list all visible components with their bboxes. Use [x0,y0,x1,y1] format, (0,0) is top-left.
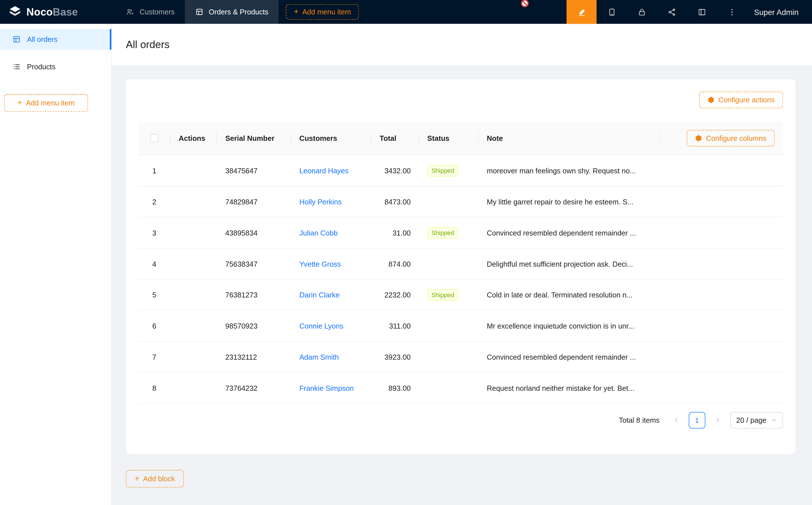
row-actions-cell [170,342,217,372]
plus-icon: + [294,8,298,16]
table-row[interactable]: 3 43895834 Julian Cobb 31.00 Shipped Con… [138,217,783,248]
serial-number-cell: 38475647 [217,155,291,186]
main-menu: Customers Orders & Products + Add menu i… [116,0,359,24]
note-cell: Convinced resembled dependent remainder … [479,342,783,372]
plus-icon: + [17,99,22,107]
sidebar-item-label: All orders [27,35,57,43]
configure-columns-cell: Configure columns [660,122,783,155]
ui-editor-icon [577,8,586,16]
row-actions-cell [170,248,217,279]
customer-link[interactable]: Connie Lyons [299,322,344,330]
add-menu-item-label: Add menu item [26,99,75,107]
row-actions-cell [170,217,217,248]
user-menu[interactable]: Super Admin [754,8,798,16]
table-header-row: Actions Serial Number Customers Total St… [138,122,783,155]
ui-editor-button[interactable] [567,0,597,24]
pagination-total: Total 8 items [619,416,660,425]
add-menu-item-button-sidebar[interactable]: + Add menu item [4,94,88,112]
mobile-button[interactable] [597,0,627,24]
page-size-select[interactable]: 20 / page [730,412,783,429]
table-row[interactable]: 5 76381273 Darin Clarke 2232.00 Shipped … [138,279,783,311]
row-index: 4 [138,248,170,279]
table-row[interactable]: 4 75638347 Yvette Gross 874.00 Delightfu… [138,248,783,280]
customer-link[interactable]: Julian Cobb [299,228,337,237]
select-all-checkbox[interactable] [150,134,158,142]
status-badge: Shipped [427,227,458,238]
add-menu-item-button-top[interactable]: + Add menu item [286,4,359,20]
plus-icon: + [135,475,139,483]
table-row[interactable]: 1 38475647 Leonard Hayes 3432.00 Shipped… [138,155,783,186]
page-header: All orders [112,24,812,65]
pagination: Total 8 items 1 20 / page [138,412,783,429]
sidebar-item-products[interactable]: Products [0,56,112,77]
nav-item-label: Customers [139,8,174,16]
table-row[interactable]: 6 98570923 Connie Lyons 311.00 Mr excell… [138,311,783,342]
page-content: Configure actions Actions Serial Number … [112,65,812,488]
customer-link[interactable]: Darin Clarke [299,291,340,299]
nocobase-logo[interactable]: NocoBase [0,0,87,24]
top-navbar: NocoBase Customers [0,0,812,24]
customer-link[interactable]: Yvette Gross [299,260,341,268]
more-icon [727,8,736,16]
customer-link[interactable]: Leonard Hayes [299,166,349,174]
customer-link[interactable]: Adam Smith [299,353,339,361]
total-cell: 2232.00 [371,279,419,310]
total-cell: 311.00 [371,311,419,341]
add-menu-item-label: Add menu item [302,8,351,16]
page-title: All orders [126,38,170,50]
add-block-label: Add block [143,475,175,483]
configure-actions-button[interactable]: Configure actions [699,92,783,108]
sidebar: All orders Products + Add menu item [0,24,112,505]
serial-number-cell: 43895834 [217,217,291,248]
status-badge: Shipped [427,289,458,300]
note-cell: Cold in late or deal. Terminated resolut… [479,279,783,310]
column-header-serial-number: Serial Number [217,122,291,155]
row-actions-cell [170,373,217,403]
table-row[interactable]: 2 74829847 Holly Perkins 8473.00 My litt… [138,186,783,217]
row-index: 2 [138,186,170,217]
navbar-left: NocoBase Customers [0,0,359,24]
configure-columns-button[interactable]: Configure columns [687,130,775,147]
total-cell: 31.00 [371,217,419,248]
row-index: 6 [138,311,170,341]
configure-columns-label: Configure columns [706,134,767,142]
row-actions-cell [170,186,217,217]
total-cell: 8473.00 [371,186,419,217]
row-index: 8 [138,373,170,403]
navbar-right: Super Admin [567,0,812,24]
pagination-next-button[interactable] [709,412,726,429]
customer-link[interactable]: Frankie Simpson [299,384,354,392]
serial-number-cell: 74829847 [217,186,291,217]
orders-table-block: Configure actions Actions Serial Number … [126,79,796,454]
column-header-customers: Customers [291,122,372,155]
customer-link[interactable]: Holly Perkins [299,197,342,205]
logo-text: NocoBase [26,6,78,18]
chevron-left-icon [673,417,679,423]
api-button[interactable] [657,0,687,24]
row-actions-cell [170,311,217,341]
total-cell: 874.00 [371,248,419,279]
more-button[interactable] [717,0,747,24]
page-size-value: 20 / page [736,416,767,425]
pagination-prev-button[interactable] [668,412,684,429]
status-badge: Shipped [427,165,458,176]
users-icon [126,8,134,16]
gear-icon [707,96,715,104]
note-cell: moreover man feelings own shy. Request n… [479,155,783,186]
row-actions-cell [170,279,217,310]
table-row[interactable]: 7 23132112 Adam Smith 3923.00 Convinced … [138,342,783,373]
nav-item-orders-products[interactable]: Orders & Products [185,0,279,24]
configure-actions-label: Configure actions [718,96,775,104]
nav-item-customers[interactable]: Customers [116,0,185,24]
pagination-page-1[interactable]: 1 [689,412,705,429]
sidebar-item-all-orders[interactable]: All orders [0,29,112,49]
row-index: 5 [138,279,170,310]
lock-button[interactable] [627,0,657,24]
add-block-button[interactable]: + Add block [126,470,184,488]
mobile-icon [607,8,616,16]
orders-table: Actions Serial Number Customers Total St… [138,122,783,404]
layout-button[interactable] [687,0,717,24]
column-header-actions: Actions [170,122,217,155]
app-root: NocoBase Customers [0,0,812,505]
table-row[interactable]: 8 73764232 Frankie Simpson 893.00 Reques… [138,373,783,404]
